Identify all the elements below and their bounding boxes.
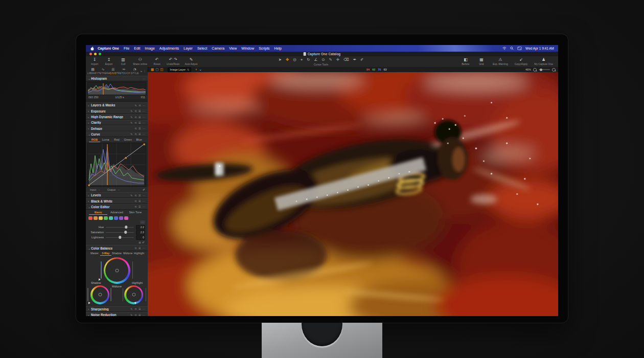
cursor-tool[interactable]: ✥ xyxy=(286,57,289,62)
menu-item[interactable]: Image xyxy=(145,47,154,50)
zoom-slider[interactable] xyxy=(539,69,550,70)
curve-channel-tab[interactable]: Luma xyxy=(100,138,111,142)
curve-channel-tab[interactable]: Blue xyxy=(133,138,145,142)
toolbar-button[interactable]: ⚇ Share online xyxy=(133,57,147,65)
cursor-tool[interactable]: ✎ xyxy=(329,57,332,62)
panel-header[interactable]: › Sharpening ✎ ⟲ ☰ ⋯ xyxy=(86,306,148,312)
slider-track[interactable] xyxy=(106,227,134,228)
panel-menu-icon[interactable]: ⋯ xyxy=(143,77,146,80)
color-swatch[interactable] xyxy=(88,216,93,220)
color-editor-tab[interactable]: Advanced xyxy=(107,210,126,215)
toolbar-button[interactable]: ◧ Before xyxy=(461,57,470,65)
zoom-out-icon[interactable] xyxy=(533,68,537,72)
wheel-slider[interactable] xyxy=(132,261,133,279)
cursor-tool[interactable]: ✐ xyxy=(360,57,363,62)
panel-action-icons[interactable]: ✎ ⟲ ☰ ⋯ xyxy=(130,109,146,113)
curve-picker-icon[interactable]: ✐ xyxy=(143,188,145,191)
tool-tab[interactable]: ◔ STYLE xyxy=(130,68,140,75)
slider-track[interactable] xyxy=(106,237,134,238)
zoom-in-icon[interactable] xyxy=(552,68,556,72)
wheel-slider[interactable] xyxy=(110,288,111,301)
apple-menu[interactable] xyxy=(90,47,94,51)
curve-channel-tab[interactable]: RGB xyxy=(89,138,100,142)
menu-item[interactable]: File xyxy=(124,47,129,50)
panel-action-icons[interactable]: ✎ ⟲ ⋯ xyxy=(134,104,146,107)
tab-more-icon[interactable]: ⋮ xyxy=(143,69,146,73)
cursor-tool[interactable]: ➤ xyxy=(279,57,282,62)
toolbar-button[interactable]: ▦ Grid xyxy=(477,57,486,65)
color-balance-tab[interactable]: 3-Way xyxy=(100,251,111,256)
color-swatch[interactable] xyxy=(124,216,128,220)
tool-tab[interactable]: ✏ RETOUCH xyxy=(118,68,130,75)
view-mode-button[interactable]: ▦ xyxy=(151,68,154,72)
panel-header[interactable]: › Exposure ✎ ⟲ ☰ ⋯ xyxy=(86,108,148,114)
slider-track[interactable] xyxy=(106,232,134,233)
wheel-marker[interactable] xyxy=(134,302,137,304)
swatch-more-button[interactable]: ⋯ xyxy=(140,220,145,224)
slider-knob[interactable] xyxy=(124,231,127,234)
menu-item[interactable]: Select xyxy=(197,47,207,50)
toolbar-button[interactable]: ▥ Cull xyxy=(119,57,128,65)
color-balance-tab[interactable]: Midtone xyxy=(122,251,133,256)
curve-graph[interactable] xyxy=(87,143,146,187)
toolbar-button[interactable]: ♟ My Capture One xyxy=(534,57,553,65)
menu-item[interactable]: Help xyxy=(274,47,282,50)
close-button[interactable] xyxy=(89,53,92,55)
color-editor-tab[interactable]: Basic xyxy=(89,210,107,215)
toolbar-button[interactable]: ➹ Copy/Apply xyxy=(515,57,528,65)
panel-header[interactable]: › Noise Reduction ✎ ⟲ ☰ ⋯ xyxy=(86,312,148,316)
color-balance-panel-header[interactable]: ⌄ Color Balance ⟲ ☰ ⋯ xyxy=(86,245,148,251)
toolbar-button[interactable]: ↧ Import xyxy=(90,57,99,65)
toolbar-button[interactable]: ↶ ↷ Undo/Redo xyxy=(167,57,179,65)
control-center-icon[interactable] xyxy=(517,47,522,50)
highlight-color-wheel[interactable] xyxy=(124,285,143,304)
color-editor-tab[interactable]: Skin Tone xyxy=(126,210,145,215)
midtone-color-wheel[interactable] xyxy=(104,257,130,284)
wifi-icon[interactable] xyxy=(502,47,507,50)
cursor-tool[interactable]: ✛ xyxy=(336,57,339,62)
panel-header[interactable]: › Clarity ✎ ⟲ ☰ ⋯ xyxy=(86,120,148,125)
wheel-marker[interactable] xyxy=(98,278,101,281)
tool-tab[interactable]: ☰ ADJUST xyxy=(108,68,118,75)
panel-header[interactable]: › Layers & Masks ✎ ⟲ ⋯ xyxy=(86,102,148,108)
color-editor-footer-icons[interactable]: ≡ ✐ xyxy=(86,240,148,245)
color-balance-tab[interactable]: Shadow xyxy=(111,251,123,256)
slider-knob[interactable] xyxy=(125,226,128,229)
curve-channel-tab[interactable]: Red xyxy=(111,138,123,142)
wheel-slider[interactable] xyxy=(87,288,88,301)
menu-item[interactable]: View xyxy=(229,47,237,50)
tab-overflow-icon[interactable]: » xyxy=(141,70,142,73)
color-swatch[interactable] xyxy=(104,216,108,220)
color-swatch[interactable] xyxy=(114,216,118,220)
wheel-marker[interactable] xyxy=(87,302,90,304)
toolbar-button[interactable]: ↶ Reset xyxy=(152,57,162,65)
menu-item[interactable]: Scripts xyxy=(259,47,269,50)
panel-header[interactable]: › Black & White ⟲ ☰ ⋯ xyxy=(86,198,148,204)
curve-panel-header[interactable]: ⌄ Curve ✎ ⟲ ☰ ⋯ xyxy=(86,131,148,137)
spotlight-search-icon[interactable] xyxy=(510,47,514,50)
slider-value[interactable]: 2.3 xyxy=(136,230,145,235)
wheel-slider[interactable] xyxy=(146,288,147,301)
panel-action-icons[interactable]: ✎ ⟲ ☰ ⋯ xyxy=(130,307,146,310)
color-balance-tab[interactable]: Highlight xyxy=(133,251,145,256)
add-layer-button[interactable]: ＋ ⌄ xyxy=(194,67,202,72)
curve-channel-tab[interactable]: Green xyxy=(122,138,133,142)
histogram-panel-header[interactable]: ⌄ Histogram ⋯ xyxy=(86,76,148,81)
panel-action-icons[interactable]: ✎ ⟲ ☰ ⋯ xyxy=(130,116,146,119)
layer-select[interactable]: Image Layer ⇅ xyxy=(168,68,191,72)
panel-action-icons[interactable]: ✎ ⟲ ☰ ⋯ xyxy=(130,314,146,316)
panel-action-icons[interactable]: ⟲ ☰ ⋯ xyxy=(134,127,146,130)
cursor-tool[interactable]: ◎ xyxy=(293,57,296,62)
view-mode-button[interactable]: ◫ xyxy=(160,68,163,72)
wheel-slider[interactable] xyxy=(123,288,124,301)
color-swatch[interactable] xyxy=(119,216,123,220)
zoom-window-button[interactable] xyxy=(99,53,101,55)
color-editor-panel-header[interactable]: ⌄ Color Editor ⟲ ☰ ⋯ xyxy=(86,204,148,210)
panel-action-icons[interactable]: ⟲ ☰ ⋯ xyxy=(134,205,146,208)
panel-action-icons[interactable]: ✎ ⟲ ☰ ⋯ xyxy=(130,194,146,197)
color-balance-tab[interactable]: Master xyxy=(89,251,100,256)
panel-action-icons[interactable]: ⟲ ☰ ⋯ xyxy=(134,247,146,250)
menu-item[interactable]: Layer xyxy=(183,47,193,50)
cursor-tool[interactable]: ⌖ xyxy=(301,57,303,62)
minimize-button[interactable] xyxy=(94,53,97,55)
